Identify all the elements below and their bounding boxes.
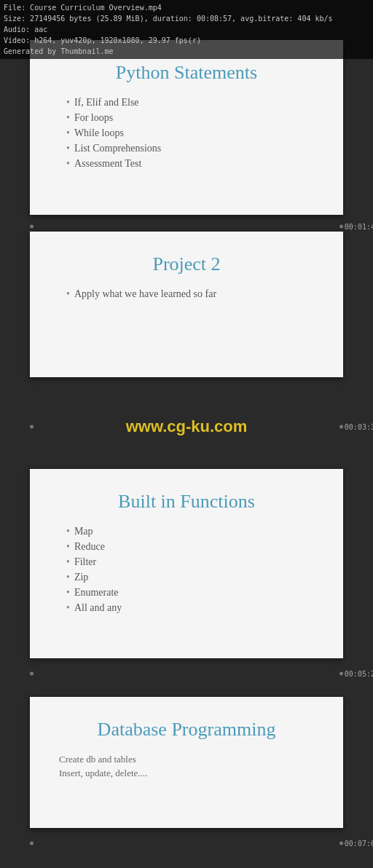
- list-item-list-comp: List Comprehensions: [66, 143, 314, 154]
- database-subtitle1: Create db and tables: [59, 754, 314, 765]
- file-info-line4: Video: h264, yuv420p, 1920x1080, 29.97 f…: [4, 35, 369, 46]
- file-info-line2: Size: 27149456 bytes (25.89 MiB), durati…: [4, 13, 369, 24]
- python-statements-list: If, Elif and Else For loops While loops …: [59, 97, 314, 170]
- list-item-enumerate: Enumerate: [66, 587, 314, 599]
- dot-right-3: [339, 671, 343, 675]
- list-item-if: If, Elif and Else: [66, 97, 314, 108]
- list-item-while: While loops: [66, 127, 314, 139]
- file-info-bar: File: Course Curriculum Overview.mp4 Siz…: [0, 0, 373, 59]
- dot-left-4: [30, 841, 34, 845]
- dot-right-2: [339, 425, 343, 429]
- database-programming-slide: Database Programming Create db and table…: [30, 697, 343, 828]
- gap3: 00:07:09: [30, 834, 343, 852]
- watermark-section: www.cg-ku.com 00:03:35: [30, 398, 343, 456]
- spacer1: [30, 383, 343, 398]
- dot-right-1: [339, 224, 343, 228]
- dot-left-2: [30, 425, 34, 429]
- database-subtitle2: Insert, update, delete....: [59, 768, 314, 779]
- python-statements-slide: Python Statements If, Elif and Else For …: [30, 40, 343, 215]
- project2-title: Project 2: [59, 253, 314, 275]
- list-item-zip: Zip: [66, 572, 314, 583]
- built-in-functions-list: Map Reduce Filter Zip Enumerate All and …: [59, 526, 314, 614]
- file-info-line3: Audio: aac: [4, 24, 369, 35]
- database-title: Database Programming: [59, 719, 314, 741]
- built-in-functions-slide: Built in Functions Map Reduce Filter Zip…: [30, 469, 343, 658]
- list-item-assessment: Assessment Test: [66, 158, 314, 170]
- dot-left-1: [30, 224, 34, 228]
- project2-slide: Project 2 Apply what we have learned so …: [30, 232, 343, 377]
- list-item-for: For loops: [66, 112, 314, 124]
- list-item-reduce: Reduce: [66, 541, 314, 553]
- main-content: Python Statements If, Elif and Else For …: [0, 0, 373, 868]
- gap2: 00:05:24: [30, 664, 343, 682]
- list-item-apply: Apply what we have learned so far: [66, 288, 314, 300]
- built-in-functions-title: Built in Functions: [59, 491, 314, 513]
- dot-left-3: [30, 671, 34, 675]
- gap1: 00:01:49: [30, 221, 343, 232]
- list-item-map: Map: [66, 526, 314, 537]
- file-info-line5: Generated by Thumbnail.me: [4, 46, 369, 57]
- python-statements-title: Python Statements: [59, 62, 314, 84]
- watermark-text: www.cg-ku.com: [126, 417, 248, 436]
- timestamp-watermark: 00:03:35: [345, 423, 373, 431]
- timestamp-database: 00:07:09: [345, 839, 373, 847]
- list-item-all-any: All and any: [66, 602, 314, 614]
- list-item-filter: Filter: [66, 556, 314, 568]
- timestamp1: 00:01:49: [345, 222, 373, 230]
- dot-right-4: [339, 841, 343, 845]
- project2-list: Apply what we have learned so far: [59, 288, 314, 300]
- timestamp-functions: 00:05:24: [345, 669, 373, 677]
- file-info-line1: File: Course Curriculum Overview.mp4: [4, 2, 369, 13]
